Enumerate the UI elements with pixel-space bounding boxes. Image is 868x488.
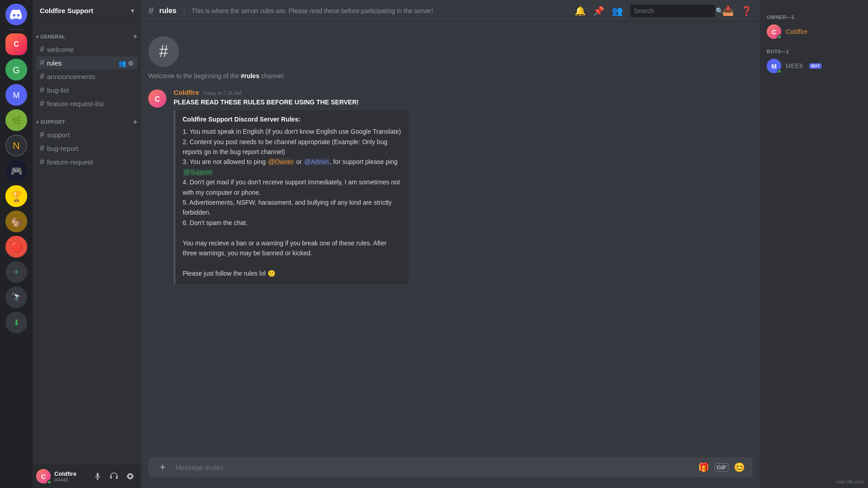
channel-item-feature-request-list[interactable]: # feature-request-list bbox=[36, 97, 137, 110]
beginning-text-prefix: Welcome to the beginning of the bbox=[148, 72, 241, 80]
member-item-coldfire[interactable]: C Coldfire bbox=[763, 22, 864, 42]
search-input[interactable] bbox=[634, 7, 713, 14]
user-avatar: C bbox=[36, 469, 51, 483]
message-embed: Coldfire Support Discord Server Rules: 1… bbox=[174, 110, 409, 284]
hash-icon: # bbox=[40, 144, 44, 153]
member-item-mee6[interactable]: M MEE6 BOT bbox=[763, 56, 864, 76]
add-channel-general-button[interactable]: + bbox=[133, 33, 137, 41]
server-icon-4[interactable]: 🌿 bbox=[5, 109, 27, 131]
channel-beginning-icon: # bbox=[148, 36, 179, 67]
add-server-button[interactable]: + bbox=[5, 261, 27, 283]
rule-3: 3. You are not allowed to ping @Owner or… bbox=[183, 157, 401, 177]
channel-item-rules[interactable]: # rules 👥 ⚙ bbox=[36, 56, 137, 70]
server-icon-9[interactable]: 🔴 bbox=[5, 236, 27, 258]
add-channel-support-button[interactable]: + bbox=[133, 118, 137, 126]
gift-icon[interactable]: 🎁 bbox=[698, 462, 709, 473]
channel-header-name: rules bbox=[159, 7, 176, 15]
channel-item-announcements[interactable]: # announcements bbox=[36, 70, 137, 83]
emoji-button[interactable]: 😊 bbox=[734, 462, 745, 473]
message-input[interactable] bbox=[175, 457, 693, 477]
channel-name-bug-list: bug-list bbox=[47, 86, 69, 94]
rule-4: 4. Don't get mad if you don't receive su… bbox=[183, 177, 401, 197]
hash-icon: # bbox=[40, 85, 44, 95]
member-avatar-wrap: C bbox=[767, 24, 781, 39]
mention-owner[interactable]: @Owner bbox=[268, 158, 294, 165]
main-content: # rules This is where the server rules a… bbox=[141, 0, 760, 488]
user-panel: C Coldfire #4446 bbox=[33, 465, 141, 488]
message-headline: PLEASE READ THESE RULES BEFORE USING THE… bbox=[174, 99, 359, 106]
svg-text:🐿️: 🐿️ bbox=[10, 216, 23, 228]
mention-support[interactable]: @Support bbox=[183, 169, 213, 176]
channel-item-welcome[interactable]: # welcome bbox=[36, 43, 137, 56]
gif-button[interactable]: GIF bbox=[715, 463, 728, 472]
header-divider bbox=[184, 5, 184, 16]
channel-item-bug-report[interactable]: # bug-report bbox=[36, 142, 137, 155]
beginning-text-suffix: channel. bbox=[259, 72, 285, 80]
mute-button[interactable] bbox=[90, 469, 105, 483]
message-avatar[interactable]: C bbox=[148, 89, 166, 108]
svg-text:🌿: 🌿 bbox=[11, 116, 22, 126]
rule-3-prefix: 3. You are not allowed to ping bbox=[183, 158, 268, 165]
message-author[interactable]: Coldfire bbox=[174, 89, 199, 96]
svg-text:M: M bbox=[13, 91, 20, 100]
server-icon-3[interactable]: M bbox=[5, 84, 27, 106]
members-icon[interactable]: 👥 bbox=[118, 60, 126, 67]
rule-6: 6. Don't spam the chat. bbox=[183, 218, 401, 228]
channel-item-support[interactable]: # support bbox=[36, 128, 137, 141]
hash-icon: # bbox=[40, 99, 44, 108]
channel-sidebar: Coldfire Support ▾ ▾ GENERAL + # welcome… bbox=[33, 0, 141, 488]
headset-button[interactable] bbox=[107, 469, 121, 483]
inbox-icon[interactable]: 📥 bbox=[722, 5, 734, 16]
channel-name-welcome: welcome bbox=[47, 46, 74, 53]
help-icon[interactable]: ❓ bbox=[741, 5, 752, 16]
server-name: Coldfire Support bbox=[40, 7, 93, 14]
category-chevron-icon: ▾ bbox=[36, 34, 38, 39]
bell-icon[interactable]: 🔔 bbox=[575, 5, 586, 16]
user-actions bbox=[90, 469, 137, 483]
server-icon-coldfire[interactable]: C bbox=[5, 33, 27, 55]
explore-servers-button[interactable]: 🔭 bbox=[5, 286, 27, 308]
message-text: PLEASE READ THESE RULES BEFORE USING THE… bbox=[174, 98, 752, 107]
rule-5: 5. Advertisements, NSFW, harassment, and… bbox=[183, 197, 401, 218]
server-header[interactable]: Coldfire Support ▾ bbox=[33, 0, 141, 22]
members-list-icon[interactable]: 👥 bbox=[612, 5, 623, 16]
server-icon-7[interactable]: 🏆 bbox=[5, 185, 27, 207]
members-category-bots: BOTS—1 bbox=[763, 42, 864, 56]
bot-badge: BOT bbox=[809, 63, 821, 69]
search-box[interactable]: 🔍 bbox=[630, 5, 715, 17]
download-button[interactable]: ⬇ bbox=[5, 312, 27, 333]
chat-header: # rules This is where the server rules a… bbox=[141, 0, 760, 22]
channel-name-feature-request: feature-request bbox=[47, 158, 93, 166]
member-status-online bbox=[777, 35, 782, 39]
beginning-channel-name: #rules bbox=[241, 72, 259, 80]
add-attachment-button[interactable]: + bbox=[156, 457, 170, 477]
user-info: Coldfire #4446 bbox=[54, 470, 87, 483]
channel-item-bug-list[interactable]: # bug-list bbox=[36, 84, 137, 97]
user-name: Coldfire bbox=[54, 470, 87, 477]
message-header: Coldfire Today at 7:38 AM bbox=[174, 89, 752, 96]
category-support[interactable]: ▾ SUPPORT + bbox=[33, 111, 141, 128]
category-chevron-icon: ▾ bbox=[36, 120, 38, 125]
server-icon-2[interactable]: G bbox=[5, 59, 27, 80]
rule-3-or: or bbox=[294, 158, 303, 165]
category-general[interactable]: ▾ GENERAL + bbox=[33, 25, 141, 42]
pin-icon[interactable]: 📌 bbox=[593, 5, 604, 16]
channel-hash-icon: # bbox=[148, 5, 154, 17]
server-icon-5[interactable]: N bbox=[5, 135, 27, 156]
server-icon-6[interactable]: 🎮 bbox=[5, 160, 27, 182]
discord-home-icon[interactable] bbox=[5, 4, 27, 25]
input-actions: 🎁 GIF 😊 bbox=[698, 462, 745, 473]
channel-topic: This is where the server rules are. Plea… bbox=[192, 7, 434, 14]
watermark: user-life.com bbox=[836, 479, 864, 484]
channel-item-feature-request[interactable]: # feature-request bbox=[36, 155, 137, 169]
svg-text:🔴: 🔴 bbox=[10, 241, 23, 253]
mention-admin[interactable]: @Admin bbox=[303, 158, 330, 165]
server-icon-8[interactable]: 🐿️ bbox=[5, 211, 27, 232]
channel-name-announcements: announcements bbox=[47, 73, 95, 80]
warning-text: You may recieve a ban or a warning if yo… bbox=[183, 238, 401, 258]
settings-icon[interactable]: ⚙ bbox=[128, 60, 134, 67]
hash-icon: # bbox=[40, 157, 44, 167]
svg-text:🎮: 🎮 bbox=[10, 165, 23, 177]
settings-button[interactable] bbox=[123, 469, 137, 483]
rule-2: 2. Content you post needs to be channel … bbox=[183, 137, 401, 157]
